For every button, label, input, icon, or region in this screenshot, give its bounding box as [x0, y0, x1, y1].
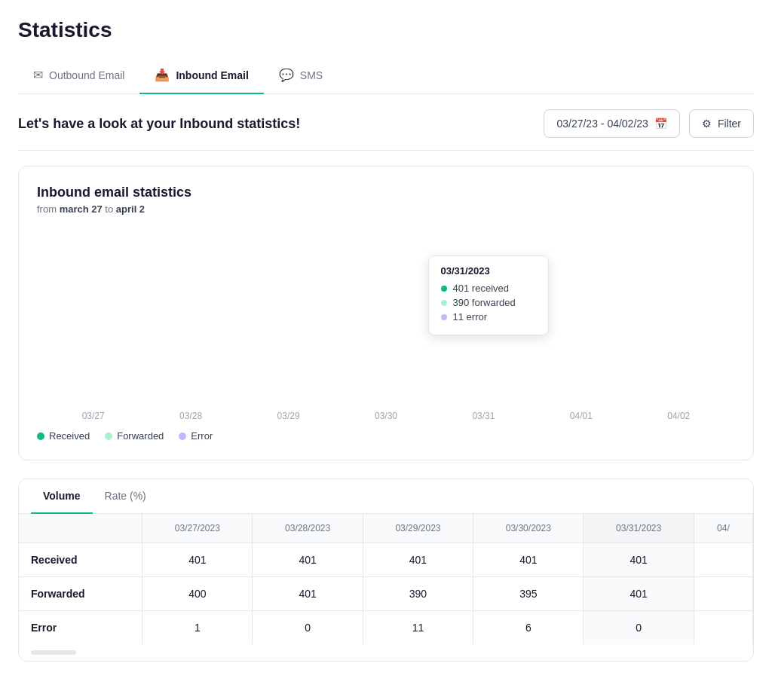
cell-1-5 — [694, 577, 752, 611]
filter-label: Filter — [718, 118, 741, 130]
x-label-1: 03/28 — [142, 411, 239, 421]
cell-2-4: 0 — [584, 611, 694, 645]
legend-forwarded-label: Forwarded — [117, 430, 164, 442]
tab-inbound[interactable]: 📥 Inbound Email — [139, 57, 263, 94]
chart-to-date: april 2 — [116, 203, 145, 215]
sms-icon: 💬 — [279, 68, 294, 82]
x-label-3: 03/30 — [337, 411, 434, 421]
cell-label-2: Error — [19, 611, 142, 645]
tab-outbound-label: Outbound Email — [49, 69, 124, 81]
chart-x-labels: 03/2703/2803/2903/3003/3104/0104/02 — [37, 411, 735, 421]
x-label-5: 04/01 — [532, 411, 630, 421]
tab-sms-label: SMS — [300, 69, 323, 81]
cell-2-1: 0 — [253, 611, 363, 645]
tab-outbound[interactable]: ✉ Outbound Email — [18, 57, 139, 94]
table-row-1: Forwarded400401390395401 — [19, 577, 753, 611]
col-header-0330: 03/30/2023 — [473, 514, 584, 543]
chart-from-date: march 27 — [60, 203, 103, 215]
cell-2-2: 11 — [363, 611, 473, 645]
table-container[interactable]: 03/27/2023 03/28/2023 03/29/2023 03/30/2… — [19, 514, 753, 661]
tab-inbound-label: Inbound Email — [176, 69, 248, 81]
x-label-6: 04/02 — [630, 411, 728, 421]
cell-1-2: 390 — [363, 577, 473, 611]
cell-0-4: 401 — [584, 543, 694, 577]
col-header-0327: 03/27/2023 — [142, 514, 253, 543]
cell-1-0: 400 — [142, 577, 253, 611]
outbound-icon: ✉ — [33, 68, 43, 82]
col-header-0328: 03/28/2023 — [253, 514, 363, 543]
table-tab-rate[interactable]: Rate (%) — [93, 479, 158, 514]
cell-0-5 — [694, 543, 752, 577]
cell-2-3: 6 — [473, 611, 584, 645]
cell-0-1: 401 — [253, 543, 363, 577]
toolbar-title: Let's have a look at your Inbound statis… — [18, 116, 300, 132]
cell-2-0: 1 — [142, 611, 253, 645]
x-label-2: 03/29 — [240, 411, 337, 421]
filter-button[interactable]: ⚙ Filter — [689, 109, 754, 138]
inbound-icon: 📥 — [155, 68, 170, 82]
chart-card: Inbound email statistics from march 27 t… — [18, 166, 754, 460]
table-tab-volume[interactable]: Volume — [31, 479, 93, 514]
legend-received-dot — [37, 433, 44, 440]
page-title: Statistics — [18, 18, 754, 42]
legend-error-label: Error — [191, 430, 213, 442]
chart-legend: Received Forwarded Error — [37, 430, 735, 442]
toolbar: Let's have a look at your Inbound statis… — [18, 94, 754, 151]
filter-icon: ⚙ — [702, 118, 712, 130]
chart-bars — [37, 233, 735, 384]
tab-sms[interactable]: 💬 SMS — [264, 57, 338, 94]
cell-label-1: Forwarded — [19, 577, 142, 611]
table-row-2: Error101160 — [19, 611, 753, 645]
legend-forwarded-dot — [105, 433, 112, 440]
col-header-0401: 04/ — [694, 514, 752, 543]
legend-error-dot — [179, 433, 186, 440]
legend-forwarded: Forwarded — [105, 430, 164, 442]
cell-label-0: Received — [19, 543, 142, 577]
x-label-0: 03/27 — [44, 411, 142, 421]
legend-received-label: Received — [49, 430, 90, 442]
date-range-value: 03/27/23 - 04/02/23 — [556, 118, 648, 130]
stats-table: 03/27/2023 03/28/2023 03/29/2023 03/30/2… — [19, 514, 753, 644]
col-header-0331: 03/31/2023 — [584, 514, 694, 543]
main-tabs: ✉ Outbound Email 📥 Inbound Email 💬 SMS — [18, 57, 754, 94]
cell-1-4: 401 — [584, 577, 694, 611]
legend-error: Error — [179, 430, 213, 442]
legend-received: Received — [37, 430, 90, 442]
date-range-button[interactable]: 03/27/23 - 04/02/23 📅 — [544, 109, 679, 138]
chart-subtitle: from march 27 to april 2 — [37, 203, 735, 215]
chart-area: 03/31/2023 401 received 390 forwarded 11… — [37, 233, 735, 399]
cell-2-5 — [694, 611, 752, 645]
cell-0-2: 401 — [363, 543, 473, 577]
x-label-4: 03/31 — [435, 411, 532, 421]
calendar-icon: 📅 — [654, 118, 667, 130]
scroll-indicator[interactable] — [31, 650, 76, 655]
table-tabs: Volume Rate (%) — [19, 479, 753, 514]
cell-1-1: 401 — [253, 577, 363, 611]
cell-0-0: 401 — [142, 543, 253, 577]
cell-1-3: 395 — [473, 577, 584, 611]
chart-title: Inbound email statistics — [37, 185, 735, 200]
cell-0-3: 401 — [473, 543, 584, 577]
col-header-0329: 03/29/2023 — [363, 514, 473, 543]
table-row-0: Received401401401401401 — [19, 543, 753, 577]
col-header-label — [19, 514, 142, 543]
toolbar-actions: 03/27/23 - 04/02/23 📅 ⚙ Filter — [544, 109, 754, 138]
table-section: Volume Rate (%) 03/27/2023 03/28/2023 03… — [18, 478, 754, 662]
table-header-row: 03/27/2023 03/28/2023 03/29/2023 03/30/2… — [19, 514, 753, 543]
